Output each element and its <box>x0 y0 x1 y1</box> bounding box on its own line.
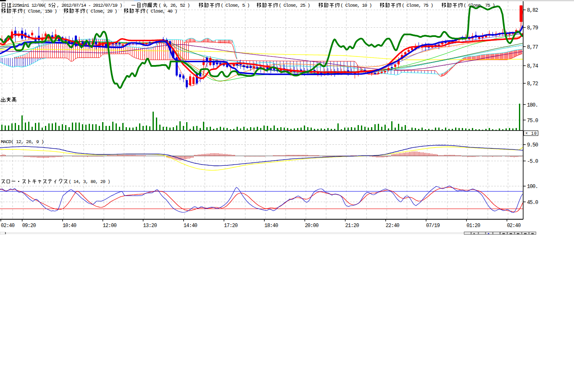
svg-text:02:40: 02:40 <box>507 223 521 229</box>
svg-text:09:20: 09:20 <box>22 223 36 229</box>
svg-text:17:20: 17:20 <box>224 223 238 229</box>
svg-text:10:40: 10:40 <box>63 223 76 229</box>
svg-text:225mini 12/09( 5: 225mini 12/09( 5 <box>12 3 51 8</box>
svg-text:13:20: 13:20 <box>143 223 157 229</box>
svg-text:( Close, 25 ): ( Close, 25 ) <box>279 3 310 8</box>
svg-text:180.: 180. <box>527 102 538 108</box>
svg-text:21:20: 21:20 <box>345 223 359 229</box>
svg-text:( 14, 3, 80, 20 ): ( 14, 3, 80, 20 ) <box>68 179 110 184</box>
svg-text:8,72: 8,72 <box>527 81 538 87</box>
svg-text:12:00: 12:00 <box>103 223 117 229</box>
svg-text:( 9, 26, 52 ): ( 9, 26, 52 ) <box>158 3 190 8</box>
svg-text:75.0: 75.0 <box>527 118 538 124</box>
svg-text:( Close, 75 ): ( Close, 75 ) <box>463 3 495 8</box>
svg-text:8,77: 8,77 <box>527 44 538 50</box>
svg-text:( Close, 5 ): ( Close, 5 ) <box>221 3 250 8</box>
svg-text:8,74: 8,74 <box>527 63 538 69</box>
svg-text:MACD( 12, 26, 9 ): MACD( 12, 26, 9 ) <box>1 139 44 144</box>
svg-text:02:40: 02:40 <box>1 223 15 229</box>
svg-text:20:00: 20:00 <box>305 223 319 229</box>
svg-text:( Close, 10 ): ( Close, 10 ) <box>340 3 372 8</box>
svg-text:( Close, 150 ): ( Close, 150 ) <box>23 8 57 14</box>
svg-text:01:20: 01:20 <box>466 223 480 229</box>
svg-text:100.: 100. <box>527 184 538 190</box>
svg-text:45.0: 45.0 <box>527 200 538 206</box>
svg-text:( Close, 75 ): ( Close, 75 ) <box>402 3 433 8</box>
svg-text:07/19: 07/19 <box>426 223 440 229</box>
svg-text:( Close, 20 ): ( Close, 20 ) <box>86 8 117 14</box>
svg-text:18:40: 18:40 <box>264 223 278 229</box>
svg-text:× 10: × 10 <box>525 131 537 136</box>
svg-text:-5.0: -5.0 <box>527 159 538 165</box>
svg-text:8,79: 8,79 <box>527 25 538 31</box>
svg-text:, 2012/07/14 - 2012/07/19 ): , 2012/07/14 - 2012/07/19 ) <box>57 3 123 8</box>
svg-text:22:40: 22:40 <box>386 223 400 229</box>
svg-text:( Close, 40 ): ( Close, 40 ) <box>146 8 177 14</box>
svg-text:9.50: 9.50 <box>527 142 538 148</box>
svg-text:8,82: 8,82 <box>527 8 538 13</box>
svg-text:14:40: 14:40 <box>184 223 197 229</box>
